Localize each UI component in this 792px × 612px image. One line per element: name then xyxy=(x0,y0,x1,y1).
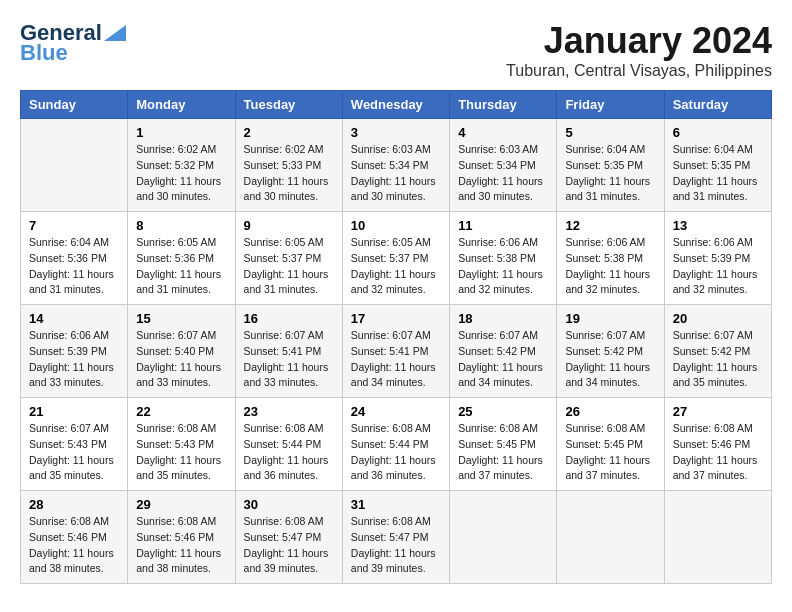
daylight: Daylight: 11 hours and 32 minutes. xyxy=(673,267,763,299)
daylight: Daylight: 11 hours and 33 minutes. xyxy=(136,360,226,392)
sunset: Sunset: 5:38 PM xyxy=(565,251,655,267)
day-info: Sunrise: 6:07 AMSunset: 5:42 PMDaylight:… xyxy=(458,328,548,391)
sunset: Sunset: 5:47 PM xyxy=(351,530,441,546)
day-number: 19 xyxy=(565,311,655,326)
day-info: Sunrise: 6:07 AMSunset: 5:41 PMDaylight:… xyxy=(244,328,334,391)
sunrise: Sunrise: 6:07 AM xyxy=(351,328,441,344)
sunset: Sunset: 5:44 PM xyxy=(351,437,441,453)
sunrise: Sunrise: 6:06 AM xyxy=(458,235,548,251)
daylight: Daylight: 11 hours and 35 minutes. xyxy=(136,453,226,485)
sunset: Sunset: 5:43 PM xyxy=(29,437,119,453)
day-cell xyxy=(450,491,557,584)
day-info: Sunrise: 6:08 AMSunset: 5:47 PMDaylight:… xyxy=(244,514,334,577)
logo-blue: Blue xyxy=(20,40,68,66)
day-info: Sunrise: 6:02 AMSunset: 5:32 PMDaylight:… xyxy=(136,142,226,205)
day-info: Sunrise: 6:08 AMSunset: 5:44 PMDaylight:… xyxy=(351,421,441,484)
day-cell: 18Sunrise: 6:07 AMSunset: 5:42 PMDayligh… xyxy=(450,305,557,398)
sunset: Sunset: 5:42 PM xyxy=(565,344,655,360)
daylight: Daylight: 11 hours and 34 minutes. xyxy=(351,360,441,392)
sunset: Sunset: 5:34 PM xyxy=(458,158,548,174)
sunset: Sunset: 5:39 PM xyxy=(673,251,763,267)
day-number: 17 xyxy=(351,311,441,326)
sunrise: Sunrise: 6:06 AM xyxy=(565,235,655,251)
day-number: 12 xyxy=(565,218,655,233)
day-cell: 6Sunrise: 6:04 AMSunset: 5:35 PMDaylight… xyxy=(664,119,771,212)
day-info: Sunrise: 6:08 AMSunset: 5:45 PMDaylight:… xyxy=(565,421,655,484)
day-cell: 20Sunrise: 6:07 AMSunset: 5:42 PMDayligh… xyxy=(664,305,771,398)
day-number: 20 xyxy=(673,311,763,326)
day-cell: 27Sunrise: 6:08 AMSunset: 5:46 PMDayligh… xyxy=(664,398,771,491)
day-info: Sunrise: 6:08 AMSunset: 5:47 PMDaylight:… xyxy=(351,514,441,577)
daylight: Daylight: 11 hours and 30 minutes. xyxy=(351,174,441,206)
daylight: Daylight: 11 hours and 30 minutes. xyxy=(244,174,334,206)
sunrise: Sunrise: 6:08 AM xyxy=(136,421,226,437)
sunrise: Sunrise: 6:02 AM xyxy=(136,142,226,158)
week-row-1: 1Sunrise: 6:02 AMSunset: 5:32 PMDaylight… xyxy=(21,119,772,212)
day-cell: 8Sunrise: 6:05 AMSunset: 5:36 PMDaylight… xyxy=(128,212,235,305)
day-info: Sunrise: 6:05 AMSunset: 5:37 PMDaylight:… xyxy=(351,235,441,298)
day-cell xyxy=(557,491,664,584)
sunrise: Sunrise: 6:07 AM xyxy=(673,328,763,344)
day-number: 18 xyxy=(458,311,548,326)
daylight: Daylight: 11 hours and 35 minutes. xyxy=(673,360,763,392)
day-cell: 11Sunrise: 6:06 AMSunset: 5:38 PMDayligh… xyxy=(450,212,557,305)
daylight: Daylight: 11 hours and 34 minutes. xyxy=(565,360,655,392)
calendar-title: January 2024 xyxy=(506,20,772,62)
day-cell: 29Sunrise: 6:08 AMSunset: 5:46 PMDayligh… xyxy=(128,491,235,584)
calendar-table: SundayMondayTuesdayWednesdayThursdayFrid… xyxy=(20,90,772,584)
header-cell-saturday: Saturday xyxy=(664,91,771,119)
day-info: Sunrise: 6:08 AMSunset: 5:43 PMDaylight:… xyxy=(136,421,226,484)
day-number: 3 xyxy=(351,125,441,140)
sunset: Sunset: 5:41 PM xyxy=(244,344,334,360)
day-info: Sunrise: 6:07 AMSunset: 5:40 PMDaylight:… xyxy=(136,328,226,391)
sunset: Sunset: 5:36 PM xyxy=(29,251,119,267)
sunrise: Sunrise: 6:02 AM xyxy=(244,142,334,158)
day-info: Sunrise: 6:06 AMSunset: 5:39 PMDaylight:… xyxy=(673,235,763,298)
day-number: 30 xyxy=(244,497,334,512)
day-info: Sunrise: 6:07 AMSunset: 5:43 PMDaylight:… xyxy=(29,421,119,484)
daylight: Daylight: 11 hours and 38 minutes. xyxy=(29,546,119,578)
sunset: Sunset: 5:46 PM xyxy=(673,437,763,453)
day-cell: 9Sunrise: 6:05 AMSunset: 5:37 PMDaylight… xyxy=(235,212,342,305)
sunset: Sunset: 5:33 PM xyxy=(244,158,334,174)
day-cell: 17Sunrise: 6:07 AMSunset: 5:41 PMDayligh… xyxy=(342,305,449,398)
daylight: Daylight: 11 hours and 32 minutes. xyxy=(565,267,655,299)
week-row-5: 28Sunrise: 6:08 AMSunset: 5:46 PMDayligh… xyxy=(21,491,772,584)
daylight: Daylight: 11 hours and 33 minutes. xyxy=(29,360,119,392)
sunset: Sunset: 5:32 PM xyxy=(136,158,226,174)
logo: General Blue xyxy=(20,20,128,66)
sunset: Sunset: 5:42 PM xyxy=(458,344,548,360)
sunset: Sunset: 5:45 PM xyxy=(565,437,655,453)
sunrise: Sunrise: 6:04 AM xyxy=(29,235,119,251)
page-header: General Blue January 2024 Tuburan, Centr… xyxy=(20,20,772,80)
day-number: 10 xyxy=(351,218,441,233)
day-cell: 25Sunrise: 6:08 AMSunset: 5:45 PMDayligh… xyxy=(450,398,557,491)
daylight: Daylight: 11 hours and 31 minutes. xyxy=(136,267,226,299)
sunrise: Sunrise: 6:05 AM xyxy=(244,235,334,251)
week-row-4: 21Sunrise: 6:07 AMSunset: 5:43 PMDayligh… xyxy=(21,398,772,491)
daylight: Daylight: 11 hours and 37 minutes. xyxy=(565,453,655,485)
day-cell: 21Sunrise: 6:07 AMSunset: 5:43 PMDayligh… xyxy=(21,398,128,491)
sunrise: Sunrise: 6:06 AM xyxy=(673,235,763,251)
daylight: Daylight: 11 hours and 39 minutes. xyxy=(351,546,441,578)
daylight: Daylight: 11 hours and 36 minutes. xyxy=(244,453,334,485)
sunrise: Sunrise: 6:04 AM xyxy=(565,142,655,158)
day-info: Sunrise: 6:08 AMSunset: 5:46 PMDaylight:… xyxy=(136,514,226,577)
sunrise: Sunrise: 6:03 AM xyxy=(351,142,441,158)
title-area: January 2024 Tuburan, Central Visayas, P… xyxy=(506,20,772,80)
day-cell: 15Sunrise: 6:07 AMSunset: 5:40 PMDayligh… xyxy=(128,305,235,398)
day-info: Sunrise: 6:06 AMSunset: 5:39 PMDaylight:… xyxy=(29,328,119,391)
daylight: Daylight: 11 hours and 33 minutes. xyxy=(244,360,334,392)
day-number: 22 xyxy=(136,404,226,419)
day-cell: 1Sunrise: 6:02 AMSunset: 5:32 PMDaylight… xyxy=(128,119,235,212)
header-cell-friday: Friday xyxy=(557,91,664,119)
day-info: Sunrise: 6:05 AMSunset: 5:37 PMDaylight:… xyxy=(244,235,334,298)
week-row-2: 7Sunrise: 6:04 AMSunset: 5:36 PMDaylight… xyxy=(21,212,772,305)
day-info: Sunrise: 6:04 AMSunset: 5:35 PMDaylight:… xyxy=(673,142,763,205)
sunrise: Sunrise: 6:07 AM xyxy=(565,328,655,344)
sunrise: Sunrise: 6:08 AM xyxy=(565,421,655,437)
sunrise: Sunrise: 6:08 AM xyxy=(673,421,763,437)
sunrise: Sunrise: 6:07 AM xyxy=(29,421,119,437)
header-cell-thursday: Thursday xyxy=(450,91,557,119)
daylight: Daylight: 11 hours and 31 minutes. xyxy=(565,174,655,206)
